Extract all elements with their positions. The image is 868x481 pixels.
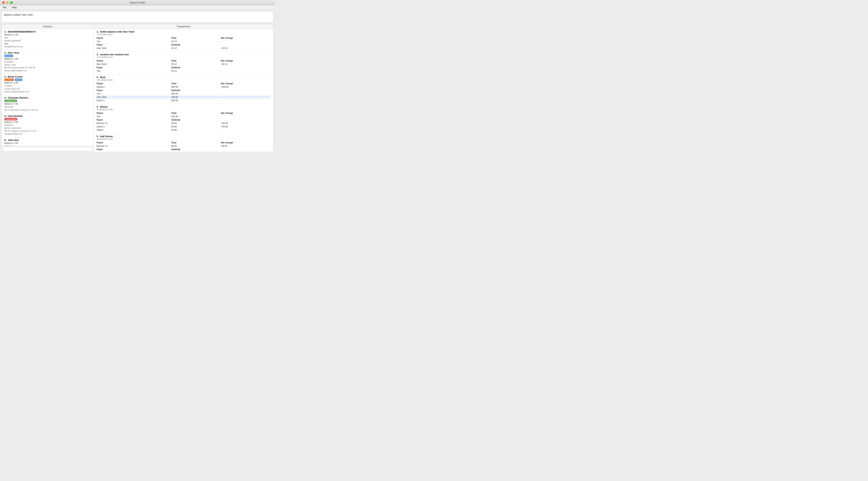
person-tags: classmates: [4, 118, 91, 121]
transaction-item[interactable]: 2. random text random text 17/11/2023 16…: [94, 52, 273, 74]
transaction-date: 17/11/2023 16:26: [97, 79, 271, 81]
person-name: 4. Charlotte Oliveiro: [4, 96, 91, 99]
persons-list[interactable]: 1. 5920345809284059824 5 Balance: 0.00 9…: [2, 29, 94, 146]
person-info: 92492021@irfan_handsomeBlk 47 Tampines S…: [4, 124, 91, 135]
person-item[interactable]: 2. Alex Yeoh friends Balance: 0.00 87438…: [2, 50, 94, 74]
main-columns: Persons 1. 5920345809284059824 5 Balance…: [1, 24, 273, 152]
transaction-date: 17/11/2023 16:51: [97, 33, 271, 36]
transaction-title: 3. Rent: [97, 76, 271, 79]
person-info: 93210283Blk 11 Ang Mo Kio Street 74, #11…: [4, 105, 91, 111]
transactions-list[interactable]: 1. Settle balance with Alex Yeoh 17/11/2…: [94, 29, 273, 152]
person-tags: Londonfriend: [4, 78, 91, 81]
person-item[interactable]: 5. Irfan Ibrahim classmates Balance: 0.0…: [2, 113, 94, 137]
persons-header: Persons: [2, 24, 94, 29]
transaction-date: 14/10/2023 17:00: [97, 108, 271, 111]
tag: London: [4, 78, 14, 81]
person-balance: Balance: 0.00: [4, 102, 91, 105]
search-input[interactable]: [3, 147, 92, 151]
person-info: 999@asdf_dadsfasdf杨恒yang@heng.edu.sg: [4, 36, 91, 48]
traffic-lights: [2, 1, 12, 4]
transaction-table: Payee Total Net change David Li 600.00 -…: [97, 82, 271, 102]
person-name: 3. Betsy Crowe: [4, 75, 91, 78]
person-item[interactable]: 3. Betsy Crowe Londonfriend Balance: 0.0…: [2, 74, 94, 95]
persons-column: Persons 1. 5920345809284059824 5 Balance…: [2, 24, 94, 152]
person-name: 5. Irfan Ibrahim: [4, 115, 91, 118]
person-item[interactable]: 6. John Doe Balance: 0.00 98765432John s…: [2, 137, 94, 146]
transactions-header: Transactions: [94, 24, 273, 29]
person-name: 2. Alex Yeoh: [4, 52, 91, 54]
transaction-table: Payee Total Net change Bernice Yu 90.00 …: [97, 141, 271, 152]
transaction-title: 5. Hall Dinner: [97, 135, 271, 138]
person-tags: neighbours: [4, 100, 91, 102]
transactions-column: Transactions 1. Settle balance with Alex…: [94, 24, 273, 152]
transaction-date: 13/10/2023 16:00: [97, 138, 271, 140]
person-balance: Balance: 0.00: [4, 33, 91, 36]
person-balance: Balance: 0.00: [4, 58, 91, 60]
person-name: 1. 5920345809284059824 5: [4, 30, 91, 33]
person-info: 1234567London Block 55betsycrowe@example…: [4, 85, 91, 93]
transaction-item[interactable]: 4. Dinner 14/10/2023 17:00 Payee Total N…: [94, 104, 273, 133]
transaction-table: Payee Total Net change You 10.12 - Payer…: [97, 36, 271, 50]
transaction-item[interactable]: 3. Rent 17/11/2023 16:26 Payee Total Net…: [94, 74, 273, 104]
transaction-title: 2. random text random text: [97, 53, 271, 56]
person-name: 6. John Doe: [4, 139, 91, 141]
transaction-table: Payee Total Net change Alex Yeoh 30.12 -…: [97, 59, 271, 73]
transaction-date: 17/11/2023 16:27: [97, 56, 271, 58]
status-bar: Balance settled: Alex Yeoh: [1, 11, 273, 23]
person-balance: Balance: 0.00: [4, 142, 91, 145]
transaction-item[interactable]: 1. Settle balance with Alex Yeoh 17/11/2…: [94, 29, 273, 52]
transaction-table: Payee Total Net change You 100.00 - Paye…: [97, 111, 271, 132]
tag: friends: [4, 55, 13, 57]
transaction-title: 4. Dinner: [97, 105, 271, 108]
menu-file[interactable]: File: [1, 6, 8, 9]
minimize-button[interactable]: [6, 1, 9, 4]
person-tags: friends: [4, 55, 91, 57]
transaction-item[interactable]: 5. Hall Dinner 13/10/2023 16:00 Payee To…: [94, 133, 273, 152]
close-button[interactable]: [2, 1, 5, 4]
search-bar: [2, 146, 94, 152]
person-balance: Balance: 0.00: [4, 121, 91, 123]
menu-bar: File Help: [0, 5, 275, 10]
person-item[interactable]: 1. 5920345809284059824 5 Balance: 0.00 9…: [2, 29, 94, 50]
tag: neighbours: [4, 100, 17, 102]
title-bar: Spend N Split: [0, 0, 275, 5]
transaction-title: 1. Settle balance with Alex Yeoh: [97, 30, 271, 33]
person-item[interactable]: 4. Charlotte Oliveiro neighbours Balance…: [2, 95, 94, 113]
person-info: 87438807@alex_yeohBlk 30 Geylang Street …: [4, 61, 91, 72]
menu-help[interactable]: Help: [11, 6, 18, 9]
maximize-button[interactable]: [10, 1, 12, 4]
app-title: Spend N Split: [130, 1, 145, 4]
tag: friend: [15, 78, 23, 81]
person-balance: Balance: 0.00: [4, 82, 91, 84]
tag: classmates: [4, 118, 17, 121]
status-text: Balance settled: Alex Yeoh: [4, 13, 33, 16]
